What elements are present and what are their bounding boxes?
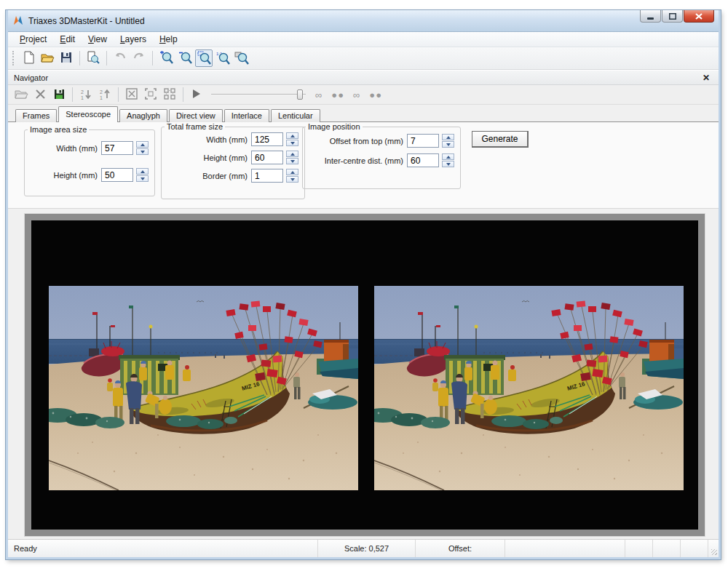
delete-x-icon xyxy=(36,89,45,100)
inter-centre-dist-input[interactable] xyxy=(407,153,439,167)
tab-anaglyph[interactable]: Anaglyph xyxy=(119,109,167,122)
zoom-actual-size-button[interactable]: 1:1 xyxy=(214,49,232,67)
stereo-left-image xyxy=(49,286,358,490)
undo-button[interactable] xyxy=(111,49,129,67)
spin-down-button[interactable] xyxy=(136,148,149,155)
tab-lenticular[interactable]: Lenticular xyxy=(271,109,320,122)
field-label: Border (mm) xyxy=(202,172,248,180)
menu-edit[interactable]: Edit xyxy=(54,33,81,46)
sort-descending-button[interactable]: 21 xyxy=(77,86,95,103)
spin-up-button[interactable] xyxy=(286,132,298,139)
spin-down-button[interactable] xyxy=(286,158,298,164)
frame-border-input[interactable] xyxy=(251,169,283,183)
stereo-mode-right-icon[interactable]: ●● xyxy=(365,89,386,100)
navigator-toolbar: 21 21 xyxy=(8,85,719,105)
arrow-up-icon xyxy=(141,170,145,173)
spin-up-button[interactable] xyxy=(136,141,149,148)
menu-layers[interactable]: Layers xyxy=(114,33,152,46)
arrow-down-icon xyxy=(290,142,295,145)
preview-canvas[interactable] xyxy=(31,220,698,530)
spin-down-button[interactable] xyxy=(286,140,298,146)
stereo-mode-parallel-icon[interactable]: ∞ xyxy=(312,89,326,100)
generate-button[interactable]: Generate xyxy=(472,131,529,148)
window-controls xyxy=(640,10,714,31)
spin-up-button[interactable] xyxy=(286,151,298,157)
image-width-input[interactable] xyxy=(101,141,133,155)
nav-open-button[interactable] xyxy=(12,86,30,103)
spin-down-button[interactable] xyxy=(442,161,454,167)
menu-help[interactable]: Help xyxy=(154,33,183,46)
inter-centre-dist-spinner xyxy=(442,153,454,167)
sort-descending-icon: 21 xyxy=(81,89,92,101)
tab-interlace[interactable]: Interlace xyxy=(224,109,269,122)
minimize-button[interactable] xyxy=(640,10,661,23)
spin-up-button[interactable] xyxy=(286,169,298,175)
animation-speed-slider[interactable] xyxy=(211,89,306,100)
titlebar[interactable]: Triaxes 3DMasterKit - Untitled xyxy=(8,10,719,32)
group-title: Total frame size xyxy=(165,122,225,131)
frame-width-input[interactable] xyxy=(251,132,283,146)
toolbar-separator xyxy=(118,87,119,102)
nav-delete-button[interactable] xyxy=(31,86,49,103)
swap-frames-icon xyxy=(126,88,138,101)
play-button[interactable] xyxy=(188,86,205,103)
image-height-input[interactable] xyxy=(101,168,133,182)
spin-up-button[interactable] xyxy=(442,153,454,160)
toolbar-grip[interactable] xyxy=(12,51,15,65)
open-folder-icon xyxy=(41,52,55,65)
navigator-close-icon[interactable]: ✕ xyxy=(700,73,713,83)
menu-view[interactable]: View xyxy=(82,33,113,46)
zoom-in-icon xyxy=(159,51,173,66)
stereo-mode-left-icon[interactable]: ∞ xyxy=(349,89,364,100)
offset-from-top-input[interactable] xyxy=(407,134,439,148)
menu-project[interactable]: Project xyxy=(14,33,52,46)
sort-ascending-button[interactable]: 21 xyxy=(96,86,114,103)
resize-grip[interactable] xyxy=(708,540,719,557)
save-file-button[interactable] xyxy=(58,49,75,67)
tab-frames[interactable]: Frames xyxy=(15,109,57,122)
field-label: Height (mm) xyxy=(53,171,98,180)
redo-button[interactable] xyxy=(130,49,148,67)
slider-handle[interactable] xyxy=(297,89,303,100)
arrow-down-icon xyxy=(290,178,295,181)
arrow-up-icon xyxy=(446,156,451,159)
new-file-button[interactable] xyxy=(20,49,37,67)
close-button[interactable] xyxy=(684,10,714,23)
spin-down-button[interactable] xyxy=(442,141,454,148)
stereo-mode-cross-icon[interactable]: ●● xyxy=(328,89,348,100)
window-title: Triaxes 3DMasterKit - Untitled xyxy=(28,16,636,26)
group-title: Image position xyxy=(306,122,363,131)
arrange-frames-button[interactable] xyxy=(161,86,178,103)
open-file-button[interactable] xyxy=(39,49,56,67)
new-file-icon xyxy=(23,51,35,65)
field-label: Width (mm) xyxy=(56,144,98,153)
group-title: Image area size xyxy=(28,125,89,134)
arrange-frames-icon xyxy=(164,88,175,101)
zoom-all-button[interactable] xyxy=(233,49,250,67)
field-label: Offset from top (mm) xyxy=(330,137,403,145)
zoom-window-button[interactable] xyxy=(195,49,213,67)
zoom-in-button[interactable] xyxy=(157,49,175,67)
zoom-1-1-icon: 1:1 xyxy=(216,51,230,66)
fit-frame-button[interactable] xyxy=(142,86,159,103)
zoom-out-button[interactable] xyxy=(176,49,194,67)
print-preview-button[interactable] xyxy=(84,49,102,67)
desktop: Triaxes 3DMasterKit - Untitled Project E… xyxy=(0,0,728,571)
nav-save-button[interactable] xyxy=(50,86,68,103)
maximize-button[interactable] xyxy=(662,10,683,23)
save-icon xyxy=(60,52,72,65)
spin-down-button[interactable] xyxy=(136,175,149,182)
offset-from-top-spinner xyxy=(442,134,454,148)
arrow-down-icon xyxy=(446,143,451,146)
spin-up-button[interactable] xyxy=(442,134,454,140)
spin-down-button[interactable] xyxy=(286,176,298,183)
tab-stereoscope[interactable]: Stereoscope xyxy=(58,106,118,122)
method-tabs: Frames Stereoscope Anaglyph Direct view … xyxy=(8,105,719,121)
image-height-spinner xyxy=(136,168,149,182)
tab-direct-view[interactable]: Direct view xyxy=(169,109,223,122)
swap-frames-button[interactable] xyxy=(123,86,141,103)
toolbar-separator xyxy=(152,51,153,65)
spin-up-button[interactable] xyxy=(136,168,149,175)
arrow-up-icon xyxy=(290,135,295,137)
frame-height-input[interactable] xyxy=(251,151,283,164)
